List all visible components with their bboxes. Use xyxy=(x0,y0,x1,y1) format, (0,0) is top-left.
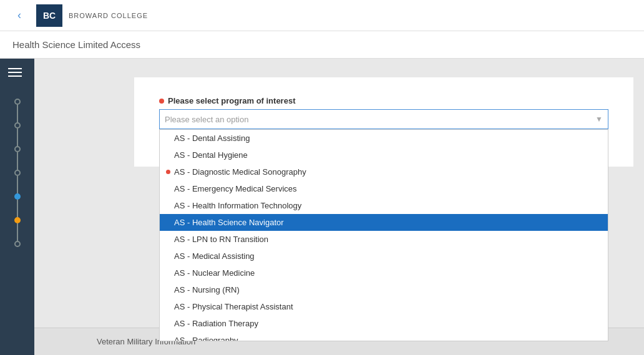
sidebar-step-7 xyxy=(14,241,21,247)
empty-dot-placeholder xyxy=(166,203,170,208)
step-line-3 xyxy=(17,152,18,170)
program-label: Please select program of interest xyxy=(159,96,608,105)
select-container: Please select an option ▼ AS - Dental As… xyxy=(159,109,608,129)
list-item[interactable]: AS - LPN to RN Transition xyxy=(160,231,608,248)
select-placeholder: Please select an option xyxy=(165,115,248,124)
empty-dot-placeholder xyxy=(166,321,170,326)
list-item-label: AS - LPN to RN Transition xyxy=(174,235,268,244)
required-indicator xyxy=(159,99,164,104)
list-item-label: AS - Nuclear Medicine xyxy=(174,268,255,278)
list-item[interactable]: AS - Physical Therapist Assistant xyxy=(160,298,608,315)
sidebar-step-6 xyxy=(14,217,21,241)
list-item[interactable]: AS - Dental Assisting xyxy=(160,130,608,147)
menu-line-3 xyxy=(8,75,22,77)
sidebar xyxy=(0,59,34,355)
empty-dot-placeholder xyxy=(166,136,170,140)
list-item[interactable]: AS - Health Science Navigator xyxy=(160,214,608,231)
list-item-label: AS - Diagnostic Medical Sonography xyxy=(174,167,306,177)
back-button[interactable]: ‹ xyxy=(10,6,29,25)
list-item-label: AS - Dental Assisting xyxy=(174,134,250,143)
list-item-label: AS - Nursing (RN) xyxy=(174,285,240,294)
step-line-5 xyxy=(17,200,18,217)
sidebar-step-5 xyxy=(14,193,21,217)
step-line-4 xyxy=(17,176,18,193)
college-name: BROWARD COLLEGE xyxy=(69,12,148,19)
main-layout: Please select program of interest Please… xyxy=(0,59,644,355)
required-dot-icon xyxy=(166,170,170,174)
list-item[interactable]: AS - Dental Hygiene xyxy=(160,147,608,163)
sidebar-step-2 xyxy=(14,122,21,146)
content-area: Please select program of interest Please… xyxy=(34,59,644,355)
logo-box: BC xyxy=(36,4,62,27)
menu-line-2 xyxy=(8,72,22,73)
step-dot-5 xyxy=(14,193,21,200)
list-item-label: AS - Medical Assisting xyxy=(174,251,255,261)
step-dot-1 xyxy=(14,99,21,105)
menu-line-1 xyxy=(8,68,22,69)
list-item-label: AS - Radiation Therapy xyxy=(174,319,258,328)
step-line-2 xyxy=(17,129,18,146)
empty-dot-placeholder xyxy=(166,338,170,341)
empty-dot-placeholder xyxy=(166,304,170,309)
list-item[interactable]: AS - Nuclear Medicine xyxy=(160,265,608,281)
list-item[interactable]: AS - Medical Assisting xyxy=(160,248,608,265)
empty-dot-placeholder xyxy=(166,271,170,275)
step-dot-7 xyxy=(14,241,21,247)
page-title: Health Science Limited Access xyxy=(12,39,140,50)
empty-dot-placeholder xyxy=(166,288,170,292)
empty-dot-placeholder xyxy=(166,220,170,225)
back-icon: ‹ xyxy=(17,9,21,22)
step-dot-2 xyxy=(14,122,21,129)
list-item[interactable]: AS - Diagnostic Medical Sonography xyxy=(160,163,608,180)
chevron-down-icon: ▼ xyxy=(595,115,603,124)
sidebar-step-1 xyxy=(14,99,21,122)
list-item[interactable]: AS - Radiography xyxy=(160,332,608,341)
program-select-group: Please select program of interest Please… xyxy=(159,96,608,129)
list-item-label: AS - Health Science Navigator xyxy=(174,218,284,227)
step-dot-6 xyxy=(14,217,21,223)
logo-text: BC xyxy=(43,11,56,21)
logo-area: BC BROWARD COLLEGE xyxy=(36,4,148,27)
list-item[interactable]: AS - Emergency Medical Services xyxy=(160,180,608,197)
sidebar-menu-icon[interactable] xyxy=(8,65,27,80)
list-item[interactable]: AS - Health Information Technology xyxy=(160,197,608,214)
empty-dot-placeholder xyxy=(166,254,170,258)
sidebar-dots xyxy=(14,92,21,355)
sidebar-step-4 xyxy=(14,170,21,193)
dropdown-list[interactable]: AS - Dental AssistingAS - Dental Hygiene… xyxy=(159,129,608,341)
top-header: ‹ BC BROWARD COLLEGE xyxy=(0,0,644,31)
list-item-label: AS - Emergency Medical Services xyxy=(174,184,297,193)
step-line-6 xyxy=(17,223,18,241)
select-display[interactable]: Please select an option ▼ xyxy=(159,109,608,129)
list-item[interactable]: AS - Radiation Therapy xyxy=(160,315,608,332)
step-dot-4 xyxy=(14,170,21,176)
step-dot-3 xyxy=(14,146,21,152)
list-item[interactable]: AS - Nursing (RN) xyxy=(160,281,608,298)
list-item-label: AS - Health Information Technology xyxy=(174,201,301,210)
page-header: Health Science Limited Access xyxy=(0,31,644,59)
empty-dot-placeholder xyxy=(166,187,170,191)
list-item-label: AS - Radiography xyxy=(174,336,238,341)
list-item-label: AS - Physical Therapist Assistant xyxy=(174,302,293,311)
list-item-label: AS - Dental Hygiene xyxy=(174,150,248,160)
form-card: Please select program of interest Please… xyxy=(134,77,633,167)
empty-dot-placeholder xyxy=(166,153,170,157)
step-line-1 xyxy=(17,105,18,122)
sidebar-step-3 xyxy=(14,146,21,170)
empty-dot-placeholder xyxy=(166,237,170,241)
program-label-text: Please select program of interest xyxy=(168,96,295,105)
